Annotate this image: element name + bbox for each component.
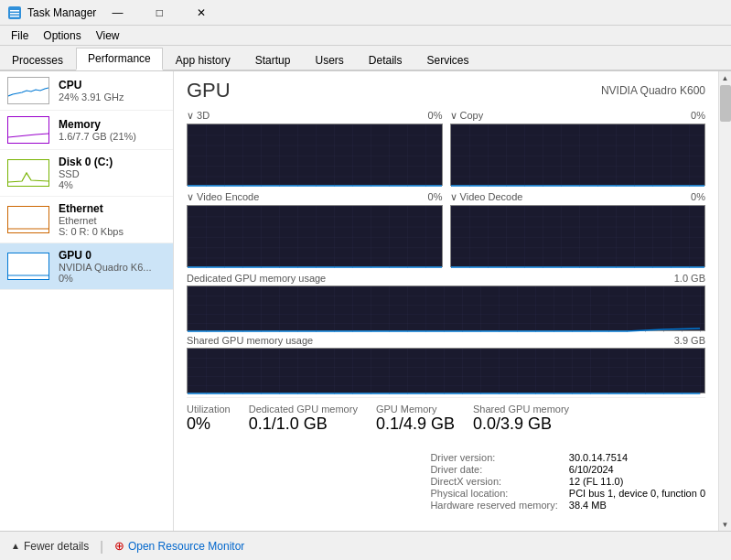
sidebar-item-cpu[interactable]: CPU 24% 3.91 GHz [0,71,173,111]
open-resource-monitor-label: Open Resource Monitor [128,540,244,553]
bottom-stats: Utilization 0% Dedicated GPU memory 0.1/… [187,397,705,514]
shared-mem-stat-value: 0.0/3.9 GB [473,415,569,434]
directx-value: 12 (FL 11.0) [569,476,705,487]
disk-info: Disk 0 (C:) SSD 4% [59,156,166,190]
ethernet-value: S: 0 R: 0 Kbps [59,226,166,237]
chart-decode-collapse[interactable]: ∨ Video Decode [450,191,523,203]
chart-3d-svg [188,124,442,187]
hardware-reserved-value: 38.4 MB [569,500,705,511]
chart-3d-box [187,124,443,186]
menu-view[interactable]: View [89,27,127,44]
fewer-details-button[interactable]: ▲ Fewer details [11,540,89,553]
memory-detail: 1.6/7.7 GB (21%) [59,131,166,142]
fewer-details-label: Fewer details [24,540,89,553]
cpu-name: CPU [59,79,166,92]
shared-mem-section: Shared GPU memory usage 3.9 GB [187,335,705,393]
chart-video-encode: ∨ Video Encode 0% [187,191,443,267]
status-separator: | [100,539,103,554]
chart-decode-label-row: ∨ Video Decode 0% [450,191,706,203]
chart-copy-collapse[interactable]: ∨ Copy [450,110,484,122]
sidebar-item-disk[interactable]: Disk 0 (C:) SSD 4% [0,150,173,197]
tab-processes[interactable]: Processes [0,49,75,70]
tab-app-history[interactable]: App history [164,49,242,70]
gpu-memory-label: GPU Memory [376,404,455,415]
svg-rect-8 [188,286,704,332]
memory-thumbnail [7,116,49,144]
dedicated-mem-stat-value: 0.1/1.0 GB [249,415,358,434]
cpu-info: CPU 24% 3.91 GHz [59,79,166,102]
close-button[interactable]: ✕ [180,0,222,26]
driver-version-label: Driver version: [430,452,557,463]
disk-name: Disk 0 (C:) [59,156,166,168]
disk-detail: SSD [59,168,166,179]
physical-location-value: PCI bus 1, device 0, function 0 [569,488,705,499]
svg-rect-1 [10,10,19,12]
shared-mem-chart [187,348,705,393]
chart-decode-svg [451,206,705,268]
chart-copy: ∨ Copy 0% [450,110,706,186]
title-bar: Task Manager — □ ✕ [0,0,731,26]
minimize-button[interactable]: — [96,0,138,26]
gpu-subtitle: NVIDIA Quadro K600 [601,84,705,97]
open-resource-monitor-button[interactable]: ⊕ Open Resource Monitor [114,539,244,553]
scrollbar[interactable]: ▲ ▼ [718,71,731,531]
utilization-label: Utilization [187,404,231,415]
physical-location-label: Physical location: [430,488,557,499]
tab-performance[interactable]: Performance [76,48,163,70]
gpu-detail: NVIDIA Quadro K6... [59,262,166,273]
sidebar-item-gpu[interactable]: GPU 0 NVIDIA Quadro K6... 0% [0,243,173,290]
menu-options[interactable]: Options [36,27,88,44]
gpu-thumbnail [7,253,49,280]
sidebar-item-ethernet[interactable]: Ethernet Ethernet S: 0 R: 0 Kbps [0,197,173,243]
maximize-button[interactable]: □ [138,0,180,26]
svg-rect-4 [188,124,442,187]
tab-users[interactable]: Users [303,49,355,70]
chart-copy-svg [451,124,705,187]
menu-file[interactable]: File [4,27,36,44]
tab-bar: Processes Performance App history Startu… [0,46,731,71]
sidebar: CPU 24% 3.91 GHz Memory 1.6/7.7 GB (21%) [0,71,174,531]
disk-thumbnail [7,159,49,187]
tab-services[interactable]: Services [415,49,481,70]
chart-copy-label-row: ∨ Copy 0% [450,110,706,122]
gpu-info: GPU 0 NVIDIA Quadro K6... 0% [59,249,166,284]
chart-encode-label-row: ∨ Video Encode 0% [187,191,443,203]
gpu-title: GPU [187,79,231,102]
app-icon [7,5,22,20]
dedicated-mem-section: Dedicated GPU memory usage 1.0 GB [187,273,705,331]
ethernet-detail: Ethernet [59,215,166,226]
chart-video-decode: ∨ Video Decode 0% [450,191,706,267]
shared-mem-label: Shared GPU memory usage [187,335,313,346]
second-charts-row: ∨ Video Encode 0% [187,191,705,267]
scroll-down-arrow[interactable]: ▼ [719,518,731,531]
gpu-value: 0% [59,273,166,284]
gpu-name: GPU 0 [59,249,166,262]
svg-rect-6 [188,206,442,268]
svg-rect-3 [10,16,19,17]
scrollbar-thumb[interactable] [720,85,731,122]
stat-utilization: Utilization 0% [187,404,231,434]
shared-mem-value: 3.9 GB [674,335,705,346]
chart-encode-svg [188,206,442,268]
chart-encode-collapse[interactable]: ∨ Video Encode [187,191,259,203]
gpu-memory-value: 0.1/4.9 GB [376,415,455,434]
dedicated-mem-svg [188,286,704,332]
chart-3d: ∨ 3D 0% [187,110,443,186]
chart-decode-percent: 0% [691,191,705,203]
directx-label: DirectX version: [430,476,557,487]
stat-shared-mem: Shared GPU memory 0.0/3.9 GB [473,404,569,434]
memory-name: Memory [59,118,166,131]
chevron-up-icon: ▲ [11,541,20,551]
scroll-up-arrow[interactable]: ▲ [719,71,731,84]
ethernet-thumbnail [7,206,49,233]
shared-mem-svg [188,349,704,394]
chart-encode-percent: 0% [428,191,443,203]
tab-startup[interactable]: Startup [243,49,303,70]
tab-details[interactable]: Details [357,49,414,70]
resource-monitor-icon: ⊕ [114,539,124,553]
ethernet-info: Ethernet Ethernet S: 0 R: 0 Kbps [59,202,166,237]
chart-encode-box [187,205,443,267]
chart-3d-collapse[interactable]: ∨ 3D [187,110,210,122]
sidebar-item-memory[interactable]: Memory 1.6/7.7 GB (21%) [0,111,173,150]
shared-mem-stat-label: Shared GPU memory [473,404,569,415]
